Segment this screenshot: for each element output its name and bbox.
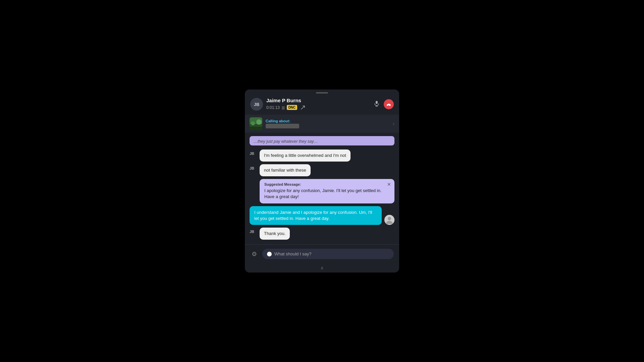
call-timer: 0:01:13: [266, 105, 280, 110]
svg-rect-7: [250, 127, 262, 130]
external-link-button[interactable]: [299, 104, 307, 111]
chevron-right-icon: ›: [393, 121, 394, 126]
calling-about-label: Calling about:: [266, 119, 389, 123]
header-controls: 0:01:13 ||| DNC: [266, 104, 369, 111]
svg-point-6: [256, 119, 262, 125]
message-row-purple-top: …they just pay whatever they say…: [250, 136, 394, 147]
bubble-jb-3-text: Thank you.: [264, 231, 285, 236]
footer: ⚙ What should I say?: [245, 244, 399, 264]
settings-button[interactable]: ⚙: [250, 249, 258, 259]
agent-message-row: I understand Jamie and I apologize for a…: [250, 206, 394, 225]
bubble-agent: I understand Jamie and I apologize for a…: [250, 206, 382, 225]
bubble-purple-top-text: …they just pay whatever they say…: [254, 139, 318, 144]
header-right: [372, 99, 394, 110]
bubble-jb-1-text: I'm feeling a little overwhelmed and I'm…: [264, 153, 346, 158]
suggested-message: Suggested Message: I apologize for any c…: [260, 179, 394, 203]
bubble-jb-2-text: not familiar with these: [264, 168, 306, 173]
bottom-chevron[interactable]: ∧: [245, 264, 399, 273]
jb-label-2: JB: [250, 166, 257, 170]
message-row-jb-3: JB Thank you.: [250, 228, 394, 240]
svg-rect-0: [376, 101, 378, 104]
calling-about-blurred: [266, 124, 299, 128]
chevron-up-icon: ∧: [320, 265, 324, 270]
bubble-jb-3: Thank you.: [260, 228, 290, 240]
svg-point-5: [251, 121, 255, 125]
suggested-message-label: Suggested Message:: [264, 182, 390, 186]
end-call-button[interactable]: [384, 99, 394, 109]
bubble-jb-2: not familiar with these: [260, 164, 311, 176]
calling-about-text: Calling about:: [266, 119, 389, 128]
message-row-jb-1: JB I'm feeling a little overwhelmed and …: [250, 149, 394, 162]
drag-handle[interactable]: [245, 89, 399, 95]
what-say-button[interactable]: What should I say?: [262, 249, 394, 259]
avatar-initials: JB: [254, 102, 260, 107]
bubble-jb-1: I'm feeling a little overwhelmed and I'm…: [260, 149, 351, 162]
jb-label-1: JB: [250, 152, 257, 156]
mic-button[interactable]: [372, 99, 381, 110]
svg-point-9: [388, 217, 391, 220]
suggested-message-text: I apologize for any confusion, Jamie. I'…: [264, 188, 390, 200]
contact-name-text: Jaime P Burns: [266, 98, 301, 103]
drag-handle-bar: [316, 92, 328, 94]
jb-label-3: JB: [250, 230, 257, 234]
avatar: JB: [250, 98, 263, 111]
app-window: JB Jaime P Burns 0:01:13 ||| DNC: [245, 89, 399, 273]
calling-about-thumbnail: [250, 117, 262, 130]
header: JB Jaime P Burns 0:01:13 ||| DNC: [245, 95, 399, 115]
ai-dot: [267, 252, 272, 256]
chat-area: …they just pay whatever they say… JB I'm…: [245, 133, 399, 244]
bubble-agent-text: I understand Jamie and I apologize for a…: [254, 210, 372, 221]
contact-name-row: Jaime P Burns: [266, 98, 369, 103]
what-say-label: What should I say?: [274, 251, 312, 256]
suggested-close-button[interactable]: ✕: [387, 182, 391, 187]
agent-avatar: [384, 215, 394, 225]
calling-about-bar[interactable]: Calling about: ›: [245, 115, 399, 133]
settings-icon: ⚙: [252, 251, 257, 257]
header-center: Jaime P Burns 0:01:13 ||| DNC: [266, 98, 369, 111]
dnc-badge: DNC: [287, 105, 298, 110]
signal-bars: |||: [282, 106, 285, 110]
message-row-jb-2: JB not familiar with these: [250, 164, 394, 176]
calling-about-value: [266, 124, 389, 128]
bubble-purple-top: …they just pay whatever they say…: [250, 136, 394, 145]
